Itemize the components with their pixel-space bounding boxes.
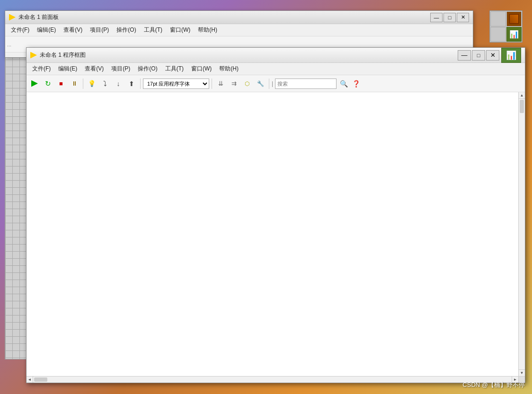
block-diagram-controls: — □ ✕ <box>458 50 499 61</box>
scroll-left-arrow[interactable]: ◄ <box>27 376 33 383</box>
run-icon <box>31 80 38 87</box>
toolbar-sep-1 <box>83 79 83 89</box>
scroll-up-arrow[interactable]: ▲ <box>519 92 525 99</box>
icon-cell-2 <box>506 11 522 26</box>
search-icon: 🔍 <box>340 80 348 88</box>
canvas-area[interactable] <box>27 92 518 376</box>
help-icon: ❓ <box>352 80 360 88</box>
distribute-button[interactable]: ⇉ <box>228 78 240 90</box>
align-icon: ⇊ <box>218 80 223 87</box>
run-continuously-icon: ↻ <box>45 79 51 88</box>
bd-menu-tools[interactable]: 工具(T) <box>161 64 187 74</box>
toolbar-sep-4 <box>269 79 269 89</box>
pause-button[interactable]: ⏸ <box>68 78 80 90</box>
top-right-icon-panel: 📊 <box>489 10 523 43</box>
icon-cell-4: 📊 <box>506 27 522 42</box>
front-panel-icon <box>9 14 16 21</box>
fp-menu-window[interactable]: 窗口(W) <box>166 25 194 35</box>
search-separator: | <box>272 80 273 87</box>
block-diagram-window[interactable]: 未命名 1 程序框图 — □ ✕ 📊 文件(F) 编辑(E) 查看(V) 项目(… <box>26 47 525 383</box>
block-diagram-close[interactable]: ✕ <box>486 50 499 61</box>
fp-menu-file[interactable]: 文件(F) <box>7 25 33 35</box>
block-diagram-titlebar[interactable]: 未命名 1 程序框图 — □ ✕ 📊 <box>27 48 525 63</box>
fp-menu-view[interactable]: 查看(V) <box>60 25 86 35</box>
toolbar-sep-2 <box>140 79 141 89</box>
search-input[interactable] <box>275 79 337 89</box>
resize-button[interactable]: ⬡ <box>241 78 253 90</box>
help-button[interactable]: ❓ <box>350 78 362 90</box>
distribute-icon: ⇉ <box>231 80 237 87</box>
front-panel-maximize[interactable]: □ <box>443 13 456 22</box>
icon-cell-1 <box>490 11 506 26</box>
front-panel-controls: — □ ✕ <box>430 13 469 22</box>
scrollbar-horizontal[interactable]: ◄ ► <box>27 376 518 383</box>
highlight-button[interactable]: 💡 <box>86 78 98 90</box>
scrollbar-vertical[interactable]: ▲ ▼ <box>518 92 525 376</box>
block-diagram-maximize[interactable]: □ <box>472 50 485 61</box>
block-diagram-toolbar: ↻ ■ ⏸ 💡 ⤵ ↓ ⬆ 17pt 应用程序字体 <box>27 75 525 92</box>
fp-menu-project[interactable]: 项目(P) <box>86 25 113 35</box>
bd-menu-operate[interactable]: 操作(O) <box>134 64 161 74</box>
icon-cell-3 <box>490 27 506 42</box>
bd-menu-edit[interactable]: 编辑(E) <box>54 64 81 74</box>
bd-menu-help[interactable]: 帮助(H) <box>215 64 242 74</box>
font-select[interactable]: 17pt 应用程序字体 12pt 应用程序字体 <box>143 79 209 89</box>
step-over-button[interactable]: ⤵ <box>99 78 111 90</box>
scroll-down-arrow[interactable]: ▼ <box>519 369 525 376</box>
block-diagram-title: 未命名 1 程序框图 <box>40 51 458 59</box>
highlight-icon: 💡 <box>88 80 96 87</box>
scroll-v-thumb[interactable] <box>520 100 524 113</box>
resize-icon: ⬡ <box>245 80 249 87</box>
abort-button[interactable]: ■ <box>55 78 67 90</box>
scroll-h-thumb[interactable] <box>34 377 47 382</box>
run-continuously-button[interactable]: ↻ <box>42 78 54 90</box>
front-panel-titlebar[interactable]: 未命名 1 前面板 — □ ✕ <box>5 11 473 24</box>
step-out-button[interactable]: ⬆ <box>125 78 138 90</box>
block-diagram-minimize[interactable]: — <box>458 50 471 61</box>
search-area: 🔍 ❓ <box>275 78 523 90</box>
pause-icon: ⏸ <box>71 80 78 87</box>
bd-menu-project[interactable]: 项目(P) <box>107 64 134 74</box>
fp-menu-edit[interactable]: 编辑(E) <box>33 25 60 35</box>
reorder-button[interactable]: 🔧 <box>254 78 266 90</box>
canvas-container: ▲ ▼ ◄ ► <box>27 92 525 383</box>
reorder-icon: 🔧 <box>257 80 264 87</box>
fp-menu-help[interactable]: 帮助(H) <box>194 25 221 35</box>
bd-menu-window[interactable]: 窗口(W) <box>187 64 215 74</box>
abort-icon: ■ <box>59 80 63 87</box>
step-over-icon: ⤵ <box>103 79 107 88</box>
step-out-icon: ⬆ <box>129 80 134 88</box>
front-panel-close[interactable]: ✕ <box>457 13 469 22</box>
bd-menu-view[interactable]: 查看(V) <box>81 64 107 74</box>
step-into-button[interactable]: ↓ <box>112 78 124 90</box>
toolbar-sep-3 <box>212 79 212 89</box>
run-button[interactable] <box>28 78 41 90</box>
watermark: CSDN @【楠】野不停 <box>462 381 525 389</box>
front-panel-menubar: 文件(F) 编辑(E) 查看(V) 项目(P) 操作(O) 工具(T) 窗口(W… <box>5 24 473 36</box>
block-diagram-menubar: 文件(F) 编辑(E) 查看(V) 项目(P) 操作(O) 工具(T) 窗口(W… <box>27 63 525 75</box>
fp-menu-tools[interactable]: 工具(T) <box>140 25 166 35</box>
bd-icon-thumbnail: 📊 <box>501 48 521 63</box>
bd-menu-file[interactable]: 文件(F) <box>28 64 54 74</box>
front-panel-title: 未命名 1 前面板 <box>18 13 430 21</box>
search-button[interactable]: 🔍 <box>337 78 350 90</box>
align-button[interactable]: ⇊ <box>214 78 227 90</box>
front-panel-minimize[interactable]: — <box>430 13 443 22</box>
step-into-icon: ↓ <box>117 80 120 88</box>
block-diagram-icon <box>30 52 37 59</box>
fp-menu-operate[interactable]: 操作(O) <box>113 25 140 35</box>
